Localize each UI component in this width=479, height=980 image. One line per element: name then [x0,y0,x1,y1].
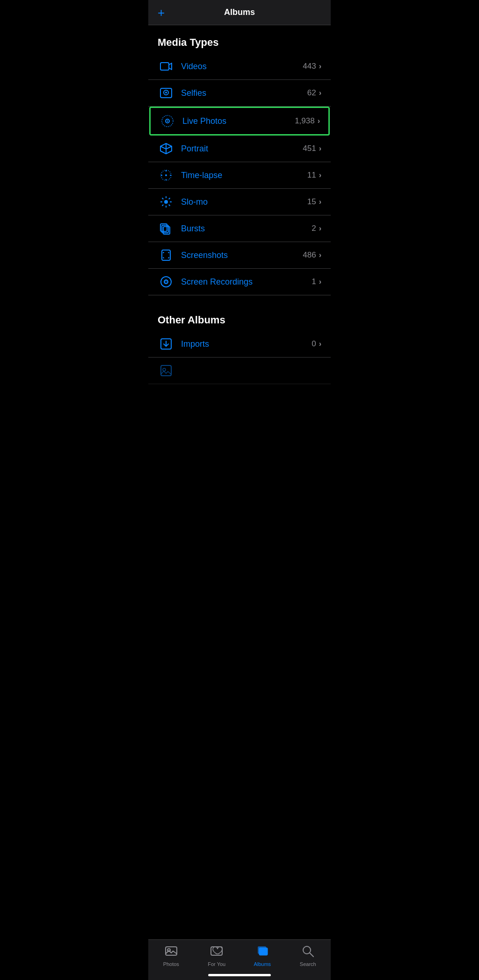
slomo-count: 15 [307,197,316,207]
screenshots-right: 486 › [303,250,321,260]
list-item-screen-recordings[interactable]: Screen Recordings 1 › [148,269,331,295]
timelapse-chevron: › [319,171,321,179]
slomo-icon [158,195,174,208]
selfies-right: 62 › [307,88,321,98]
list-item-videos[interactable]: Videos 443 › [148,53,331,80]
svg-line-22 [169,198,170,200]
svg-rect-32 [161,365,171,376]
imports-count: 0 [312,339,316,349]
list-item-live-photos[interactable]: Live Photos 1,938 › [149,107,330,136]
bursts-chevron: › [319,224,321,233]
svg-point-3 [165,92,167,93]
svg-line-21 [162,205,164,206]
svg-rect-26 [162,250,170,260]
portrait-icon [158,142,174,155]
screenshots-count: 486 [303,250,316,260]
page-title: Albums [224,7,255,17]
timelapse-icon [158,169,174,182]
live-photos-count: 1,938 [295,116,315,126]
timelapse-label: Time-lapse [181,171,307,180]
screenshots-label: Screenshots [181,250,303,260]
portrait-count: 451 [303,144,316,153]
slomo-right: 15 › [307,197,321,207]
live-photos-right: 1,938 › [295,116,320,126]
svg-point-9 [165,174,167,176]
video-icon [158,60,174,73]
screenshots-chevron: › [319,251,321,259]
live-photo-icon [159,114,176,128]
list-item-portrait[interactable]: Portrait 451 › [148,136,331,162]
list-item-timelapse[interactable]: Time-lapse 11 › [148,162,331,189]
media-types-section-header: Media Types [148,25,331,53]
screen-recordings-icon [158,275,174,288]
timelapse-right: 11 › [307,171,321,180]
svg-rect-0 [160,63,169,70]
selfie-icon [158,86,174,100]
bursts-count: 2 [312,224,316,233]
bursts-right: 2 › [312,224,321,233]
svg-line-19 [162,198,164,200]
portrait-label: Portrait [181,144,303,154]
imports-label: Imports [181,339,312,349]
videos-count: 443 [303,62,316,71]
svg-point-30 [166,281,167,282]
screenshots-icon [158,249,174,262]
portrait-chevron: › [319,144,321,153]
selfies-label: Selfies [181,88,307,98]
videos-label: Videos [181,62,303,72]
svg-point-7 [167,121,168,122]
videos-right: 443 › [303,62,321,71]
header: + Albums [148,0,331,25]
slomo-label: Slo-mo [181,197,307,207]
portrait-right: 451 › [303,144,321,153]
screen-recordings-label: Screen Recordings [181,277,312,287]
svg-point-33 [163,368,166,371]
live-photos-chevron: › [318,117,320,125]
section-divider [148,295,331,303]
svg-point-14 [164,200,168,204]
svg-line-20 [169,205,170,206]
list-item-screenshots[interactable]: Screenshots 486 › [148,242,331,269]
list-item-bursts[interactable]: Bursts 2 › [148,215,331,242]
imports-chevron: › [319,340,321,348]
other-albums-section-header: Other Albums [148,303,331,331]
scroll-area: Media Types Videos 443 › Selfies 62 › [148,25,331,426]
timelapse-count: 11 [307,171,316,180]
add-button[interactable]: + [158,7,165,19]
videos-chevron: › [319,62,321,71]
live-photos-label: Live Photos [182,116,295,126]
list-item-selfies[interactable]: Selfies 62 › [148,80,331,107]
screen-recordings-right: 1 › [312,277,321,286]
partial-icon [158,364,174,377]
list-item-slomo[interactable]: Slo-mo 15 › [148,189,331,215]
screen-recordings-chevron: › [319,278,321,286]
slomo-chevron: › [319,198,321,206]
selfies-chevron: › [319,89,321,97]
screen-recordings-count: 1 [312,277,316,286]
list-item-imports[interactable]: Imports 0 › [148,331,331,358]
list-item-partial[interactable] [148,358,331,384]
imports-icon [158,337,174,351]
imports-right: 0 › [312,339,321,349]
bursts-label: Bursts [181,224,312,234]
selfies-count: 62 [307,88,316,98]
bursts-icon [158,222,174,235]
